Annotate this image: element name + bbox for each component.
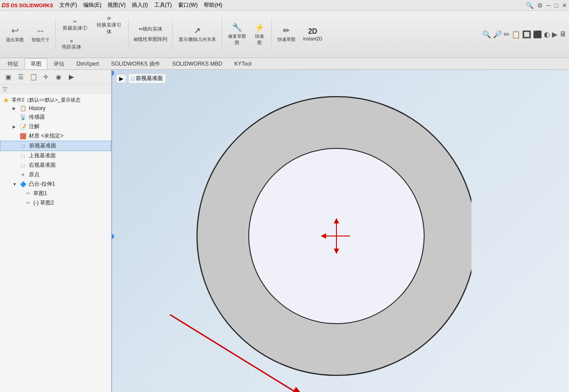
origin-label: 原点 xyxy=(29,171,40,178)
annotation-expand-arrow: ▶ xyxy=(13,125,17,129)
menu-insert[interactable]: 插入(I) xyxy=(129,0,150,10)
separator4 xyxy=(222,18,222,50)
tab-kytool[interactable]: KYTool xyxy=(228,59,257,68)
front-plane-icon: □ xyxy=(19,143,27,149)
settings-icon[interactable]: ⚙ xyxy=(537,2,543,9)
toolbar-icon-2[interactable]: 🔎 xyxy=(493,30,502,39)
canvas-drawing xyxy=(112,70,569,392)
offset-entity-button[interactable]: ≡ 等距实体 xyxy=(58,36,85,53)
annotation-icon: 📝 xyxy=(19,124,27,130)
separator1 xyxy=(55,18,56,50)
minimize-icon[interactable]: ─ xyxy=(547,2,551,9)
tree-item-root[interactable]: ◈ 零件2（默认<<默认>_显示状态 xyxy=(0,95,111,104)
tree-item-history[interactable]: ▶ 📋 History xyxy=(0,104,111,112)
menu-help[interactable]: 帮助(H) xyxy=(201,0,225,10)
toolbar-icon-7[interactable]: ◐ xyxy=(544,30,550,39)
menu-window[interactable]: 窗口(W) xyxy=(175,0,200,10)
mirror-icon: ⇔ xyxy=(139,26,143,32)
exit-sketch-button[interactable]: ↩ 退出草图 xyxy=(3,14,27,54)
root-label: 零件2（默认<<默认>_显示状态 xyxy=(12,97,81,103)
sketch2-icon: ✏ xyxy=(26,200,30,206)
menu-bar: 文件(F) 编辑(E) 视图(V) 插入(I) 工具(T) 窗口(W) 帮助(H… xyxy=(57,0,225,10)
toolbar-icon-6[interactable]: ⬛ xyxy=(533,30,542,39)
quick-button[interactable]: ⚡ 快速图 xyxy=(251,14,269,54)
sw-logo: DS DS SOLIDWORKS xyxy=(2,2,53,9)
tree-item-top-plane[interactable]: □ 上视基准面 xyxy=(0,151,111,160)
smart-dimension-icon: ↔ xyxy=(36,26,45,36)
toolbar-icon-9[interactable]: 🖥 xyxy=(559,30,566,38)
tab-sw-plugins[interactable]: SOLIDWORKS 插件 xyxy=(105,58,166,69)
breadcrumb-plane-icon: □ xyxy=(131,76,134,82)
root-icon: ◈ xyxy=(2,96,10,103)
repair-sketch-button[interactable]: 🔧 修复草图图 xyxy=(225,14,249,54)
tree-item-origin[interactable]: ✦ 原点 xyxy=(0,170,111,179)
sidebar-icon-feature[interactable]: ▣ xyxy=(3,71,13,82)
boss-extrude-expand-arrow: ▼ xyxy=(13,182,17,187)
sketch2-label: (-) 草图2 xyxy=(33,199,54,207)
top-plane-icon: □ xyxy=(19,153,27,159)
breadcrumb-plane-button[interactable]: □ 前视基准面 xyxy=(128,73,166,84)
smart-dimension-button[interactable]: ↔ 智能尺寸 xyxy=(28,14,53,54)
linear-pattern-button[interactable]: ⊞ 线性草图阵列 xyxy=(131,35,170,44)
breadcrumb-back-button[interactable]: ▶ xyxy=(116,74,126,83)
trim-icon: ✂ xyxy=(73,19,77,25)
show-delete-relations-button[interactable]: ↗ 显示/删除几何关系 xyxy=(175,14,219,54)
tab-sw-mbd[interactable]: SOLIDWORKS MBD xyxy=(166,59,228,68)
menu-tools[interactable]: 工具(T) xyxy=(152,0,175,10)
tab-feature[interactable]: 特征 xyxy=(2,58,24,69)
tree-item-sensor[interactable]: 📡 传感器 xyxy=(0,112,111,122)
search-icon[interactable]: 🔍 xyxy=(526,2,533,9)
pattern-icon: ⊞ xyxy=(134,36,138,42)
menu-edit[interactable]: 编辑(E) xyxy=(81,0,104,10)
history-expand-arrow: ▶ xyxy=(13,106,17,111)
sidebar-icon-more[interactable]: ▶ xyxy=(66,71,76,82)
sidebar-icon-display[interactable]: ◉ xyxy=(53,71,64,82)
close-icon[interactable]: ✕ xyxy=(562,2,567,9)
toolbar-icon-4[interactable]: 📋 xyxy=(511,30,520,39)
trim-entity-button[interactable]: ✂ 剪裁实体① xyxy=(58,16,91,35)
annotation-label: 注解 xyxy=(29,123,40,130)
quick-sketch-button[interactable]: ✏ 快速草图 xyxy=(274,14,299,54)
tree-item-sketch2[interactable]: ✏ (-) 草图2 xyxy=(0,198,111,208)
history-icon: 📋 xyxy=(19,105,27,111)
instant2d-button[interactable]: 2D Instant2D xyxy=(300,14,326,54)
tree-item-sketch1[interactable]: ✏ 草图1 xyxy=(0,189,111,198)
repair-icon: 🔧 xyxy=(232,22,242,32)
breadcrumb: ▶ □ 前视基准面 xyxy=(116,73,166,84)
toolbar-icon-5[interactable]: 🔲 xyxy=(522,30,531,39)
convert-entity-button[interactable]: ⟳ 转换实体引 体 xyxy=(93,16,125,35)
tree-item-right-plane[interactable]: □ 右视基准面 xyxy=(0,160,111,170)
relations-icon: ↗ xyxy=(194,26,201,36)
history-label: History xyxy=(29,105,45,111)
offset-icon: ≡ xyxy=(70,38,73,44)
separator2 xyxy=(128,18,129,50)
sidebar-icon-prop[interactable]: 📋 xyxy=(28,71,39,82)
tree-item-material[interactable]: 🧱 材质 <未指定> xyxy=(0,131,111,141)
tree-item-boss-extrude[interactable]: ▼ 🔷 凸台-拉伸1 xyxy=(0,179,111,189)
tab-dimxpert[interactable]: DimXpert xyxy=(71,59,105,68)
toolbar-icon-1[interactable]: 🔍 xyxy=(482,30,491,39)
menu-file[interactable]: 文件(F) xyxy=(57,0,80,10)
material-label: 材质 <未指定> xyxy=(29,132,63,140)
convert-icon: ⟳ xyxy=(107,16,111,22)
sidebar-icon-list[interactable]: ☰ xyxy=(15,71,26,82)
tree-item-annotation[interactable]: ▶ 📝 注解 xyxy=(0,122,111,131)
instant2d-icon: 2D xyxy=(308,27,317,36)
sketch1-icon: ✏ xyxy=(26,191,30,196)
mirror-entity-button[interactable]: ⇔ 镜向实体 xyxy=(131,24,170,34)
filter-icon[interactable]: ▽ xyxy=(3,85,7,92)
quick-sketch-icon: ✏ xyxy=(283,26,290,36)
maximize-icon[interactable]: □ xyxy=(555,2,558,9)
sensor-label: 传感器 xyxy=(29,113,45,121)
sketch1-label: 草图1 xyxy=(33,190,47,197)
tab-evaluate[interactable]: 评估 xyxy=(48,58,70,69)
front-plane-label: 前视基准面 xyxy=(29,142,56,150)
right-plane-icon: □ xyxy=(19,162,27,169)
sidebar-icon-cross[interactable]: ✛ xyxy=(40,71,51,82)
tab-sketch[interactable]: 草图 xyxy=(25,58,47,69)
toolbar-icon-8[interactable]: ▶ xyxy=(552,30,557,39)
toolbar-icon-3[interactable]: ✏ xyxy=(504,30,510,39)
menu-view[interactable]: 视图(V) xyxy=(105,0,128,10)
tree-item-front-plane[interactable]: □ 前视基准面 xyxy=(0,141,111,151)
quick-icon: ⚡ xyxy=(255,22,264,32)
